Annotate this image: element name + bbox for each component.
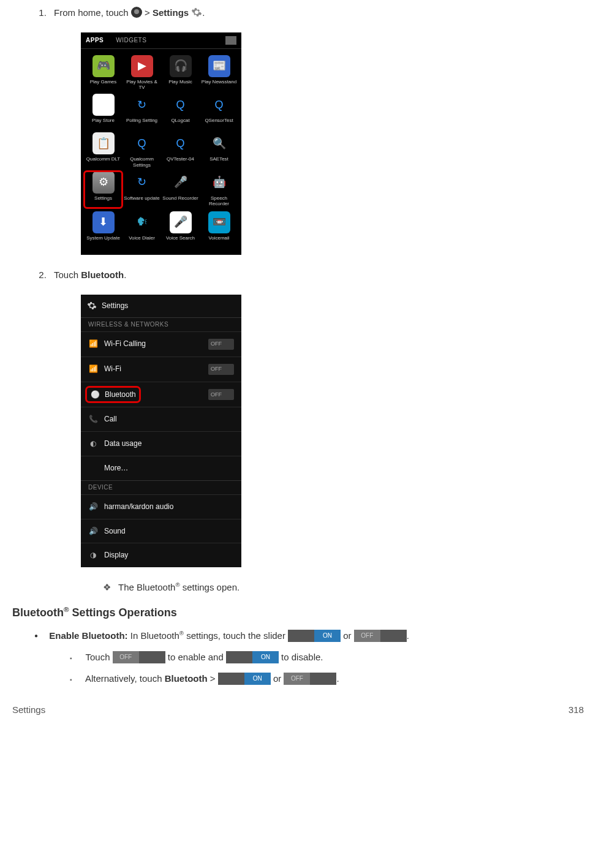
- step1-gt: >: [142, 7, 153, 18]
- app-qsettings: QQualcomm Settings: [123, 132, 160, 167]
- tab-widgets: WIDGETS: [116, 36, 146, 45]
- wifi-icon: 📶: [88, 364, 98, 374]
- row-data-usage: ◐Data usage: [81, 431, 241, 456]
- app-qvtester: QQVTester-04: [162, 132, 199, 167]
- toggle-on-icon: ON: [288, 630, 341, 642]
- step1-period: .: [202, 7, 205, 18]
- toggle-off-icon: OFF: [113, 651, 165, 663]
- toggle-on-icon: ON: [226, 651, 279, 663]
- row-wifi: 📶Wi-FiOFF: [81, 357, 241, 382]
- toggle-on-icon: ON: [218, 673, 271, 685]
- toggle-off: OFF: [208, 389, 234, 400]
- instruction-list: From home, touch > Settings . APPS WIDGE…: [12, 6, 584, 594]
- app-voicemail: 📼Voicemail: [200, 211, 238, 246]
- display-icon: ◑: [88, 550, 98, 560]
- app-play-newsstand: 📰Play Newsstand: [200, 55, 238, 90]
- app-software-update: ↻Software update: [123, 172, 160, 208]
- step-2: Touch Bluetooth. Settings WIRELESS & NET…: [49, 268, 584, 594]
- app-qdlt: 📋Qualcomm DLT: [85, 132, 122, 167]
- step1-settings: Settings: [153, 7, 189, 18]
- bullet-enable-bluetooth: Enable Bluetooth: In Bluetooth® settings…: [34, 629, 584, 685]
- section-wireless: WIRELESS & NETWORKS: [81, 317, 241, 331]
- gear-icon: [191, 7, 202, 18]
- app-qlogcat: QQLogcat: [162, 94, 199, 129]
- section-heading: Bluetooth® Settings Operations: [12, 605, 584, 621]
- toggle-off: OFF: [208, 364, 234, 375]
- row-display: ◑Display: [81, 543, 241, 567]
- gear-icon: [87, 301, 97, 311]
- speaker-icon: 🔊: [88, 502, 98, 512]
- row-more: More…: [81, 456, 241, 480]
- note-bluetooth-open: The Bluetooth® settings open.: [103, 581, 584, 594]
- apps-tabs: APPS WIDGETS: [81, 32, 241, 49]
- apps-grid: 🎮Play Games ▶Play Movies & TV 🎧Play Musi…: [81, 49, 241, 255]
- settings-header: Settings: [81, 295, 241, 317]
- app-play-music: 🎧Play Music: [162, 55, 199, 90]
- app-play-movies: ▶Play Movies & TV: [123, 55, 160, 90]
- square-alternatively: Alternatively, touch Bluetooth > ON or O…: [70, 672, 584, 685]
- row-wifi-calling: 📶Wi-Fi CallingOFF: [81, 331, 241, 357]
- app-saetest: 🔍SAETest: [200, 132, 238, 167]
- tab-apps: APPS: [86, 36, 104, 45]
- app-settings-highlighted: ⚙Settings: [85, 172, 122, 208]
- step1-text: From home, touch: [54, 7, 131, 18]
- app-voice-search: 🎤Voice Search: [162, 211, 199, 246]
- row-sound: 🔊Sound: [81, 519, 241, 543]
- row-hk-audio: 🔊harman/kardon audio: [81, 494, 241, 519]
- step2-prefix: Touch: [54, 270, 81, 280]
- note-list: The Bluetooth® settings open.: [54, 581, 584, 594]
- apps-icon: [131, 7, 142, 18]
- row-bluetooth-highlighted: ⚪BluetoothOFF: [81, 382, 241, 407]
- apps-screenshot: APPS WIDGETS 🎮Play Games ▶Play Movies & …: [81, 32, 584, 255]
- bluetooth-icon: ⚪: [90, 390, 100, 400]
- square-list: Touch OFF to enable and ON to disable. A…: [34, 651, 584, 685]
- settings-screenshot: Settings WIRELESS & NETWORKS 📶Wi-Fi Call…: [81, 295, 584, 567]
- section-device: DEVICE: [81, 480, 241, 494]
- app-voice-dialer: 🗣Voice Dialer: [123, 211, 160, 246]
- settings-title: Settings: [102, 301, 128, 311]
- step2-period: .: [124, 270, 126, 280]
- toggle-off-icon: OFF: [284, 673, 336, 685]
- phone-icon: 📞: [88, 414, 98, 425]
- toggle-off-icon: OFF: [354, 630, 407, 642]
- footer-page-number: 318: [568, 703, 584, 716]
- app-system-update: ⬇System Update: [85, 211, 122, 246]
- shop-icon: [225, 36, 236, 45]
- square-touch-toggle: Touch OFF to enable and ON to disable.: [70, 651, 584, 663]
- app-sound-recorder: 🎤Sound Recorder: [162, 172, 199, 208]
- app-qsensor: QQSensorTest: [200, 94, 238, 129]
- footer-left: Settings: [12, 703, 45, 716]
- row-call: 📞Call: [81, 407, 241, 431]
- page-footer: Settings 318: [12, 703, 584, 716]
- app-polling: ↻Polling Setting: [123, 94, 160, 129]
- app-play-games: 🎮Play Games: [85, 55, 122, 90]
- data-icon: ◐: [88, 439, 98, 449]
- wifi-icon: 📶: [88, 339, 98, 349]
- step2-bt: Bluetooth: [81, 270, 124, 280]
- app-speech-recorder: 🤖Speech Recorder: [200, 172, 238, 208]
- bullet-list: Enable Bluetooth: In Bluetooth® settings…: [12, 629, 584, 685]
- step-1: From home, touch > Settings . APPS WIDGE…: [49, 6, 584, 255]
- speaker-icon: 🔊: [88, 526, 98, 537]
- app-play-store: ▶Play Store: [85, 94, 122, 129]
- toggle-off: OFF: [208, 339, 234, 350]
